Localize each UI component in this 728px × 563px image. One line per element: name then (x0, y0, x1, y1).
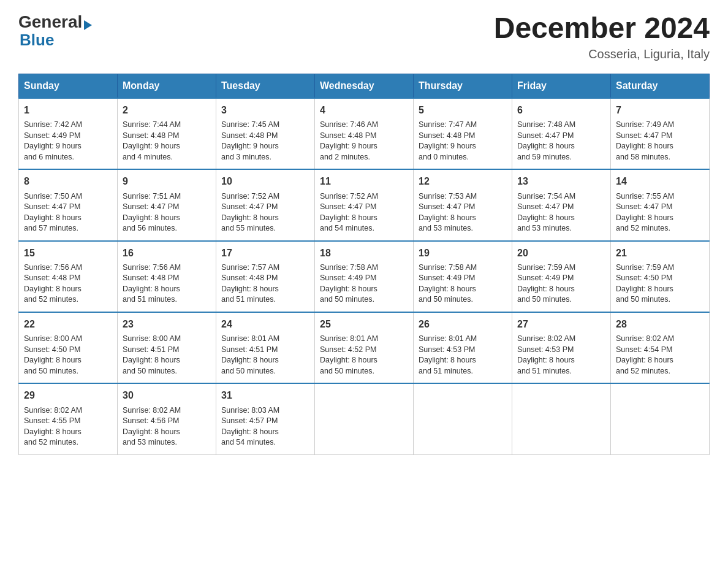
day-info: Sunrise: 7:42 AMSunset: 4:49 PMDaylight:… (24, 120, 112, 163)
day-info: Sunrise: 7:52 AMSunset: 4:47 PMDaylight:… (221, 191, 309, 234)
day-info: Sunrise: 8:00 AMSunset: 4:51 PMDaylight:… (123, 334, 211, 377)
table-row: 14Sunrise: 7:55 AMSunset: 4:47 PMDayligh… (611, 169, 710, 240)
table-row: 21Sunrise: 7:59 AMSunset: 4:50 PMDayligh… (611, 241, 710, 312)
table-row: 2Sunrise: 7:44 AMSunset: 4:48 PMDaylight… (118, 98, 216, 169)
day-number: 29 (24, 389, 112, 402)
day-info: Sunrise: 7:57 AMSunset: 4:48 PMDaylight:… (221, 262, 309, 305)
table-row: 25Sunrise: 8:01 AMSunset: 4:52 PMDayligh… (315, 312, 414, 383)
day-info: Sunrise: 7:45 AMSunset: 4:48 PMDaylight:… (221, 120, 309, 163)
day-number: 10 (221, 175, 309, 188)
table-row: 19Sunrise: 7:58 AMSunset: 4:49 PMDayligh… (414, 241, 512, 312)
day-info: Sunrise: 8:03 AMSunset: 4:57 PMDaylight:… (221, 405, 309, 448)
table-row: 8Sunrise: 7:50 AMSunset: 4:47 PMDaylight… (19, 169, 118, 240)
table-row: 18Sunrise: 7:58 AMSunset: 4:49 PMDayligh… (315, 241, 414, 312)
calendar-header-row: Sunday Monday Tuesday Wednesday Thursday… (19, 74, 710, 98)
day-number: 31 (221, 389, 309, 402)
day-info: Sunrise: 7:48 AMSunset: 4:47 PMDaylight:… (517, 120, 605, 163)
day-number: 13 (517, 175, 605, 188)
day-number: 1 (24, 104, 112, 117)
day-number: 8 (24, 175, 112, 188)
table-row: 7Sunrise: 7:49 AMSunset: 4:47 PMDaylight… (611, 98, 710, 169)
day-number: 2 (123, 104, 211, 117)
table-row (512, 383, 611, 454)
day-number: 11 (320, 175, 408, 188)
day-info: Sunrise: 7:55 AMSunset: 4:47 PMDaylight:… (616, 191, 704, 234)
day-info: Sunrise: 7:54 AMSunset: 4:47 PMDaylight:… (517, 191, 605, 234)
day-info: Sunrise: 7:58 AMSunset: 4:49 PMDaylight:… (320, 262, 408, 305)
table-row: 13Sunrise: 7:54 AMSunset: 4:47 PMDayligh… (512, 169, 611, 240)
calendar-table: Sunday Monday Tuesday Wednesday Thursday… (18, 74, 710, 455)
table-row: 5Sunrise: 7:47 AMSunset: 4:48 PMDaylight… (414, 98, 512, 169)
day-info: Sunrise: 7:59 AMSunset: 4:49 PMDaylight:… (517, 262, 605, 305)
month-title: December 2024 (494, 12, 710, 45)
table-row: 15Sunrise: 7:56 AMSunset: 4:48 PMDayligh… (19, 241, 118, 312)
table-row: 6Sunrise: 7:48 AMSunset: 4:47 PMDaylight… (512, 98, 611, 169)
calendar-week-row: 29Sunrise: 8:02 AMSunset: 4:55 PMDayligh… (19, 383, 710, 454)
day-info: Sunrise: 7:46 AMSunset: 4:48 PMDaylight:… (320, 120, 408, 163)
day-number: 14 (616, 175, 704, 188)
col-thursday: Thursday (414, 74, 512, 98)
day-number: 4 (320, 104, 408, 117)
table-row (414, 383, 512, 454)
day-info: Sunrise: 8:02 AMSunset: 4:55 PMDaylight:… (24, 405, 112, 448)
day-info: Sunrise: 7:56 AMSunset: 4:48 PMDaylight:… (24, 262, 112, 305)
day-number: 27 (517, 318, 605, 331)
table-row: 24Sunrise: 8:01 AMSunset: 4:51 PMDayligh… (216, 312, 315, 383)
day-info: Sunrise: 8:00 AMSunset: 4:50 PMDaylight:… (24, 334, 112, 377)
day-info: Sunrise: 8:02 AMSunset: 4:56 PMDaylight:… (123, 405, 211, 448)
day-number: 21 (616, 247, 704, 260)
day-info: Sunrise: 8:01 AMSunset: 4:53 PMDaylight:… (419, 334, 507, 377)
col-monday: Monday (118, 74, 216, 98)
title-area: December 2024 Cosseria, Liguria, Italy (494, 12, 710, 61)
logo-general: General (18, 12, 82, 31)
location: Cosseria, Liguria, Italy (494, 47, 710, 61)
day-number: 15 (24, 247, 112, 260)
day-number: 18 (320, 247, 408, 260)
day-number: 16 (123, 247, 211, 260)
table-row (315, 383, 414, 454)
day-info: Sunrise: 7:51 AMSunset: 4:47 PMDaylight:… (123, 191, 211, 234)
calendar-week-row: 15Sunrise: 7:56 AMSunset: 4:48 PMDayligh… (19, 241, 710, 312)
calendar-week-row: 8Sunrise: 7:50 AMSunset: 4:47 PMDaylight… (19, 169, 710, 240)
day-number: 30 (123, 389, 211, 402)
col-wednesday: Wednesday (315, 74, 414, 98)
day-number: 24 (221, 318, 309, 331)
calendar-week-row: 22Sunrise: 8:00 AMSunset: 4:50 PMDayligh… (19, 312, 710, 383)
table-row: 9Sunrise: 7:51 AMSunset: 4:47 PMDaylight… (118, 169, 216, 240)
col-friday: Friday (512, 74, 611, 98)
day-info: Sunrise: 7:47 AMSunset: 4:48 PMDaylight:… (419, 120, 507, 163)
col-tuesday: Tuesday (216, 74, 315, 98)
day-number: 12 (419, 175, 507, 188)
logo: General Blue (18, 12, 92, 50)
day-info: Sunrise: 7:59 AMSunset: 4:50 PMDaylight:… (616, 262, 704, 305)
col-sunday: Sunday (19, 74, 118, 98)
table-row: 4Sunrise: 7:46 AMSunset: 4:48 PMDaylight… (315, 98, 414, 169)
day-number: 6 (517, 104, 605, 117)
table-row: 26Sunrise: 8:01 AMSunset: 4:53 PMDayligh… (414, 312, 512, 383)
day-info: Sunrise: 8:02 AMSunset: 4:54 PMDaylight:… (616, 334, 704, 377)
day-number: 3 (221, 104, 309, 117)
logo-text: General (18, 12, 92, 32)
table-row: 16Sunrise: 7:56 AMSunset: 4:48 PMDayligh… (118, 241, 216, 312)
table-row (611, 383, 710, 454)
page-header: General Blue December 2024 Cosseria, Lig… (18, 12, 710, 61)
table-row: 12Sunrise: 7:53 AMSunset: 4:47 PMDayligh… (414, 169, 512, 240)
day-info: Sunrise: 8:01 AMSunset: 4:51 PMDaylight:… (221, 334, 309, 377)
table-row: 22Sunrise: 8:00 AMSunset: 4:50 PMDayligh… (19, 312, 118, 383)
day-info: Sunrise: 7:49 AMSunset: 4:47 PMDaylight:… (616, 120, 704, 163)
table-row: 3Sunrise: 7:45 AMSunset: 4:48 PMDaylight… (216, 98, 315, 169)
table-row: 17Sunrise: 7:57 AMSunset: 4:48 PMDayligh… (216, 241, 315, 312)
day-number: 17 (221, 247, 309, 260)
day-info: Sunrise: 7:44 AMSunset: 4:48 PMDaylight:… (123, 120, 211, 163)
day-info: Sunrise: 7:52 AMSunset: 4:47 PMDaylight:… (320, 191, 408, 234)
day-info: Sunrise: 8:01 AMSunset: 4:52 PMDaylight:… (320, 334, 408, 377)
day-number: 19 (419, 247, 507, 260)
table-row: 28Sunrise: 8:02 AMSunset: 4:54 PMDayligh… (611, 312, 710, 383)
day-number: 23 (123, 318, 211, 331)
table-row: 11Sunrise: 7:52 AMSunset: 4:47 PMDayligh… (315, 169, 414, 240)
day-number: 7 (616, 104, 704, 117)
day-info: Sunrise: 7:53 AMSunset: 4:47 PMDaylight:… (419, 191, 507, 234)
col-saturday: Saturday (611, 74, 710, 98)
calendar-week-row: 1Sunrise: 7:42 AMSunset: 4:49 PMDaylight… (19, 98, 710, 169)
table-row: 10Sunrise: 7:52 AMSunset: 4:47 PMDayligh… (216, 169, 315, 240)
